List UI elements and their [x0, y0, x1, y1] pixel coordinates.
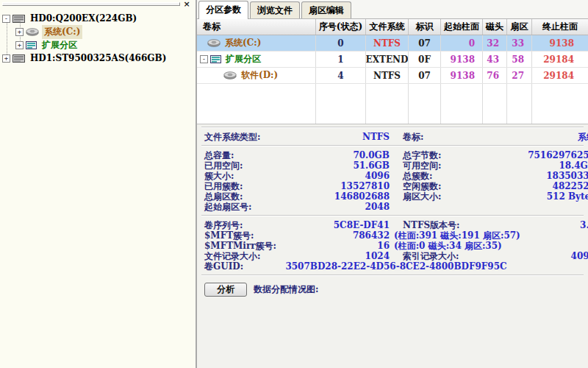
used-clusters-label: 已用簇数: — [204, 181, 243, 191]
volume-label: 系统(C:) — [223, 37, 262, 49]
tree-item-label: 系统(C:) — [42, 25, 82, 39]
end-cylinder-cell: 29184 — [532, 68, 588, 83]
seq-cell: 4 — [316, 68, 366, 83]
sector-cell: 33 — [507, 35, 532, 51]
column-header[interactable]: 标识 — [409, 19, 441, 35]
start-sector-label: 起始扇区号: — [204, 202, 251, 212]
expand-icon[interactable]: + — [15, 28, 24, 36]
used-space-value: 51.6GB — [353, 160, 390, 171]
mft-cluster-label: $MFT簇号: — [204, 230, 254, 241]
volume-serial-label: 卷序列号: — [204, 220, 243, 230]
column-header[interactable]: 卷标 — [197, 19, 316, 35]
total-clusters-value: 18350336 — [546, 171, 588, 181]
column-header[interactable]: 扇区 — [507, 19, 532, 35]
tree-item-system-c[interactable]: + 系统(C:) — [0, 25, 196, 38]
sector-size-value: 512 Bytes — [547, 191, 588, 202]
cluster-size-value: 4096 — [365, 171, 390, 181]
partition-params-panel: 分区参数 浏览文件 扇区编辑 卷标 序号(状态) 文件系统 标识 起始柱面 磁头… — [197, 0, 588, 368]
head-cell: 76 — [483, 68, 507, 83]
ntfs-version-value: 3.1 — [580, 220, 588, 230]
free-clusters-label: 空闲簇数: — [403, 181, 441, 191]
extended-partition-icon — [26, 41, 37, 49]
partition-details-panel: 文件系统类型: NTFS 卷标: 系统 总容量:70.0GB 总字节数:7516… — [197, 124, 588, 368]
analyze-button[interactable]: 分析 — [204, 283, 247, 297]
start-cylinder-cell: 0 — [441, 35, 483, 51]
tree-item-extended-partition[interactable]: + 扩展分区 — [0, 38, 196, 52]
tab-bar: 分区参数 浏览文件 扇区编辑 — [197, 0, 588, 19]
volume-guid-value: 3507BD28-22E2-4D56-8CE2-4800BDF9F95C — [204, 261, 588, 272]
disk-tree-panel: × - HD0:Q200EX(224GB) + 系统(C:) + 扩展分区 + — [0, 0, 197, 368]
total-sectors-value: 146802688 — [334, 191, 390, 202]
filesystem-cell: EXTEND — [366, 52, 409, 67]
id-cell: 07 — [409, 35, 441, 51]
filesystem-type-value: NTFS — [362, 132, 390, 142]
volume-label-value: 系统 — [578, 132, 588, 142]
hard-drive-icon — [12, 54, 25, 63]
partition-icon — [223, 71, 237, 79]
hard-drive-icon — [12, 14, 25, 24]
partition-icon — [207, 39, 220, 47]
table-row[interactable]: - 扩展分区 1 EXTEND 0F 9138 43 58 29184 — [197, 52, 588, 68]
collapse-icon[interactable]: - — [200, 55, 208, 63]
index-record-size-label: 索引记录大小: — [403, 251, 459, 261]
filesystem-cell: NTFS — [366, 35, 409, 51]
total-bytes-value: 75162976256 — [528, 150, 588, 160]
start-cylinder-cell: 9138 — [441, 52, 483, 67]
table-header: 卷标 序号(状态) 文件系统 标识 起始柱面 磁头 扇区 终止柱面 — [197, 19, 588, 35]
partition-icon — [26, 28, 39, 36]
tab-browse-files[interactable]: 浏览文件 — [250, 1, 300, 18]
free-space-label: 可用空间: — [403, 160, 441, 171]
extended-partition-icon — [210, 55, 221, 63]
filesystem-cell: NTFS — [366, 68, 409, 83]
seq-cell: 0 — [316, 35, 366, 51]
tree-item-hd0[interactable]: - HD0:Q200EX(224GB) — [0, 12, 196, 25]
file-record-size-value: 1024 — [365, 251, 390, 261]
disk-tree: - HD0:Q200EX(224GB) + 系统(C:) + 扩展分区 + — [0, 12, 196, 65]
column-header[interactable]: 终止柱面 — [532, 19, 588, 35]
tree-item-hd1[interactable]: + HD1:ST9500325AS(466GB) — [0, 52, 196, 65]
free-clusters-value: 4822526 — [553, 181, 588, 191]
expand-icon[interactable]: + — [15, 41, 24, 49]
volume-label: 扩展分区 — [224, 53, 262, 66]
tree-item-label: HD0:Q200EX(224GB) — [28, 13, 139, 24]
index-record-size-value: 4096 — [571, 251, 588, 261]
head-cell: 43 — [483, 52, 507, 67]
volume-serial-value: 5C8E-DF41 — [334, 220, 390, 230]
column-header[interactable]: 起始柱面 — [441, 19, 483, 35]
tab-sector-edit[interactable]: 扇区编辑 — [301, 1, 351, 18]
close-icon[interactable]: × — [182, 0, 192, 10]
mftmirr-cluster-value: 16 — [377, 241, 390, 251]
panel-grip[interactable] — [2, 2, 180, 6]
free-space-value: 18.4GB — [559, 160, 588, 171]
used-clusters-value: 13527810 — [340, 181, 390, 191]
volume-label-label: 卷标: — [403, 132, 423, 142]
column-header[interactable]: 磁头 — [483, 19, 507, 35]
ntfs-version-label: NTFS版本号: — [403, 220, 460, 230]
end-cylinder-cell: 29184 — [532, 52, 588, 67]
mft-cluster-chs: (柱面:391 磁头:191 扇区:57) — [394, 230, 520, 241]
volume-label: 软件(D:) — [240, 69, 279, 82]
mftmirr-cluster-label: $MFTMirr簇号: — [204, 241, 276, 251]
tree-item-label: HD1:ST9500325AS(466GB) — [28, 52, 168, 64]
start-cylinder-cell: 9138 — [441, 68, 483, 83]
table-row[interactable]: 软件(D:) 4 NTFS 07 9138 76 27 29184 — [197, 68, 588, 84]
total-sectors-label: 总扇区数: — [204, 191, 243, 202]
table-empty-area — [197, 84, 588, 124]
column-header[interactable]: 序号(状态) — [316, 19, 366, 35]
id-cell: 0F — [409, 52, 441, 67]
total-bytes-label: 总字节数: — [403, 150, 441, 160]
sector-size-label: 扇区大小: — [403, 191, 441, 202]
collapse-icon[interactable]: - — [2, 15, 10, 23]
total-clusters-label: 总簇数: — [403, 171, 432, 181]
file-record-size-label: 文件记录大小: — [204, 251, 260, 261]
table-row[interactable]: 系统(C:) 0 NTFS 07 0 32 33 9138 — [197, 35, 588, 52]
seq-cell: 1 — [316, 52, 366, 67]
expand-icon[interactable]: + — [2, 54, 10, 63]
cluster-size-label: 簇大小: — [204, 171, 234, 181]
tab-partition-params[interactable]: 分区参数 — [198, 1, 248, 19]
end-cylinder-cell: 9138 — [532, 35, 588, 51]
data-allocation-map-label: 数据分配情况图: — [254, 283, 318, 296]
column-header[interactable]: 文件系统 — [366, 19, 409, 35]
partition-table: 卷标 序号(状态) 文件系统 标识 起始柱面 磁头 扇区 终止柱面 系统(C:)… — [197, 19, 588, 124]
divider — [201, 275, 584, 276]
